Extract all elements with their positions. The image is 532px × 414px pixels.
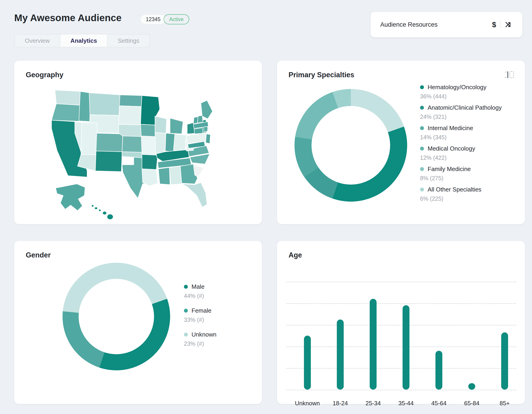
state-wi[interactable] — [155, 116, 167, 133]
legend-dot — [420, 167, 424, 171]
donut-hole — [312, 106, 390, 185]
state-co[interactable] — [96, 133, 123, 152]
bar-85+[interactable] — [501, 332, 508, 390]
legend-value: 8% (275) — [420, 175, 471, 182]
legend-dot — [184, 309, 188, 313]
dollar-icon[interactable]: $ — [492, 20, 496, 29]
state-me[interactable] — [201, 100, 213, 119]
page-title: My Awesome Audience — [14, 12, 122, 23]
tab-overview[interactable]: Overview — [15, 35, 60, 47]
us-choropleth-map[interactable] — [49, 85, 230, 222]
bar-unknown[interactable] — [304, 336, 311, 390]
bar-45-64[interactable] — [436, 351, 442, 390]
legend-dot — [420, 106, 424, 110]
legend-value: 12% (422) — [420, 154, 475, 161]
legend-item[interactable]: Male44% (#) — [184, 283, 204, 299]
gender-card-title: Gender — [26, 251, 51, 259]
gridline — [286, 368, 516, 369]
state-nh[interactable] — [198, 115, 203, 123]
state-mt[interactable] — [89, 93, 120, 115]
gender-card: Gender Male44% (#)Female33% (#)Unknown23… — [14, 241, 262, 404]
donut-hole — [79, 279, 154, 354]
bar-label: Unknown — [295, 400, 320, 407]
gridline — [286, 325, 516, 326]
legend-dot — [420, 188, 424, 191]
state-hi[interactable] — [103, 211, 107, 215]
legend-label: Unknown — [191, 331, 216, 338]
gridline — [286, 390, 516, 390]
gridline — [286, 282, 516, 282]
geography-card: Geography — [14, 61, 262, 224]
state-hi[interactable] — [107, 214, 113, 219]
tab-bar: OverviewAnalyticsSettings — [14, 34, 150, 47]
state-nd[interactable] — [119, 95, 142, 107]
gender-donut-chart — [63, 263, 170, 370]
gridline — [286, 303, 516, 304]
state-sd[interactable] — [119, 106, 141, 125]
state-ar[interactable] — [142, 154, 158, 170]
state-ak[interactable] — [56, 184, 85, 211]
state-hi[interactable] — [95, 207, 97, 209]
bar-label: 65-84 — [464, 400, 480, 407]
legend-item[interactable]: Anatomic/Clinical Pathology24% (321) — [420, 104, 502, 120]
state-sc[interactable] — [193, 164, 204, 177]
audience-resources-label: Audience Resources — [380, 21, 437, 28]
legend-label: Medical Oncology — [428, 145, 475, 152]
state-ut[interactable] — [81, 122, 97, 155]
state-fl[interactable] — [182, 182, 207, 207]
state-nm[interactable] — [95, 151, 122, 171]
state-hi[interactable] — [99, 209, 101, 211]
legend-item[interactable]: Female33% (#) — [184, 307, 211, 323]
primary-specialties-card-title: Primary Specialties — [288, 71, 354, 79]
legend-item[interactable]: Medical Oncology12% (422) — [420, 145, 475, 161]
legend-label: Hematology/Oncology — [428, 84, 486, 91]
legend-value: 6% (225) — [420, 195, 481, 202]
legend-item[interactable]: Unknown23% (#) — [184, 331, 216, 347]
gridline — [286, 346, 516, 347]
bar-label: 25-34 — [366, 400, 381, 407]
state-nj[interactable] — [206, 134, 211, 144]
legend-dot — [184, 333, 188, 337]
state-mi[interactable] — [170, 118, 183, 134]
legend-item[interactable]: Hematology/Oncology36% (444) — [420, 84, 486, 100]
tab-settings[interactable]: Settings — [108, 35, 149, 47]
bar-65-84[interactable] — [468, 383, 475, 390]
state-ms[interactable] — [158, 168, 170, 185]
state-wa[interactable] — [55, 90, 80, 105]
bar-35-44[interactable] — [403, 305, 409, 390]
state-ct[interactable] — [194, 128, 203, 134]
legend-dot — [420, 85, 424, 89]
bar-25-34[interactable] — [370, 299, 377, 390]
us-map-svg — [49, 85, 230, 222]
legend-item[interactable]: Family Medicine8% (275) — [420, 166, 471, 182]
state-ia[interactable] — [141, 124, 156, 137]
collapse-panel-icon[interactable] — [505, 71, 514, 79]
state-id[interactable] — [79, 92, 91, 122]
legend-label: Female — [191, 307, 211, 314]
legend-item[interactable]: All Other Specialties6% (225) — [420, 186, 481, 202]
legend-dot — [184, 285, 188, 289]
state-ri[interactable] — [204, 126, 208, 132]
legend-label: Family Medicine — [428, 166, 471, 173]
state-al[interactable] — [170, 166, 182, 185]
state-la[interactable] — [142, 169, 158, 186]
status-badge: Active — [164, 14, 189, 24]
state-hi[interactable] — [92, 205, 94, 207]
audience-id-badge: 12345 — [140, 14, 166, 24]
legend-dot — [420, 126, 424, 130]
legend-label: Male — [191, 283, 204, 290]
legend-value: 36% (444) — [420, 93, 486, 100]
shuffle-icon[interactable] — [505, 21, 513, 28]
state-oh[interactable] — [174, 134, 187, 151]
legend-item[interactable]: Internal Medicine14% (345) — [420, 125, 473, 141]
legend-value: 33% (#) — [184, 317, 211, 323]
legend-label: Anatomic/Clinical Pathology — [428, 104, 502, 111]
legend-label: All Other Specialties — [428, 186, 481, 193]
age-card: Age Unknown18-2425-3435-4445-6465-8485+ — [277, 241, 525, 404]
bar-18-24[interactable] — [337, 320, 344, 390]
legend-value: 23% (#) — [184, 340, 216, 347]
bar-label: 45-64 — [431, 400, 447, 407]
tab-analytics[interactable]: Analytics — [60, 35, 108, 47]
audience-resources-card[interactable]: Audience Resources $ — [370, 12, 522, 37]
legend-dot — [420, 147, 424, 151]
